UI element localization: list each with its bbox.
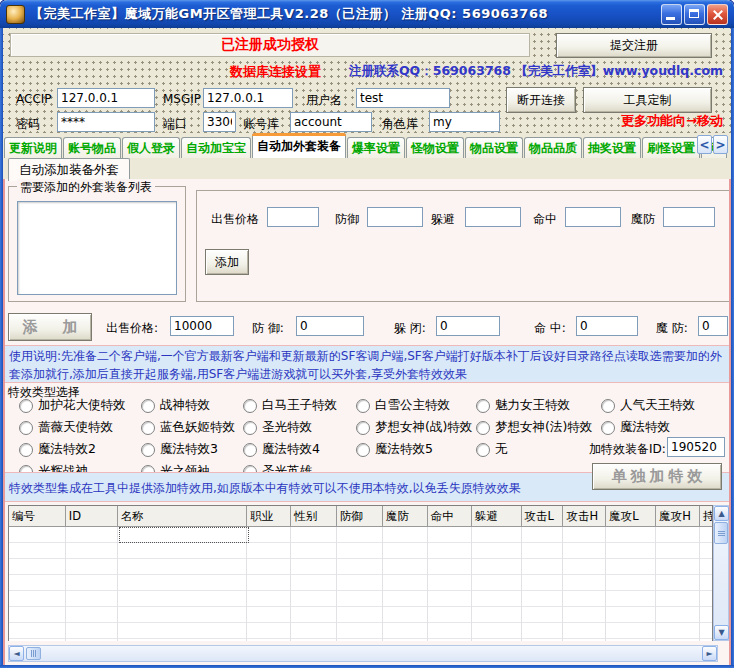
column-header[interactable]: 持 xyxy=(700,506,712,526)
mdef2-input[interactable] xyxy=(698,316,728,336)
effect-option[interactable]: 加护花大使特效 xyxy=(19,397,126,414)
column-header[interactable]: 防御 xyxy=(337,506,383,526)
hit2-input[interactable] xyxy=(576,316,638,336)
effect-option-label: 加护花大使特效 xyxy=(38,397,126,414)
dodge2-input[interactable] xyxy=(436,316,500,336)
effect-option[interactable]: 无 xyxy=(476,441,508,458)
effect-option[interactable]: 白马王子特效 xyxy=(243,397,337,414)
tab-item[interactable]: 自动加宝宝 xyxy=(181,137,251,158)
tab-item[interactable]: 物品设置 xyxy=(465,137,523,158)
tab-item[interactable]: 爆率设置 xyxy=(347,137,405,158)
effect-option[interactable]: 魔法特效3 xyxy=(141,441,218,458)
column-header[interactable]: 魔防 xyxy=(383,506,428,526)
contact-info-label: 注册联系QQ：569063768 【完美工作室】www.youdlq.com xyxy=(349,63,723,80)
scroll-right-icon[interactable]: ► xyxy=(702,646,717,661)
grid-horizontal-scrollbar[interactable]: ◄ ► xyxy=(8,645,718,662)
main-tab-bar: 更新说明 账号物品 假人登录 自动加宝宝 自动加外套装备 爆率设置 怪物设置 物… xyxy=(4,133,730,158)
column-header[interactable]: 编号 xyxy=(9,506,66,526)
price-input[interactable] xyxy=(267,207,319,227)
effect-equip-id-input[interactable] xyxy=(667,437,725,457)
column-header[interactable]: 名称 xyxy=(118,506,248,526)
username-label: 用户名 xyxy=(306,92,342,109)
accip-input[interactable] xyxy=(57,88,155,108)
port-input[interactable] xyxy=(203,112,236,132)
grid-column xyxy=(118,527,248,641)
tool-customize-button[interactable]: 工具定制 xyxy=(583,87,712,113)
title-bar[interactable]: 【完美工作室】魔域万能GM开区管理工具V2.28（已注册） 注册QQ: 5690… xyxy=(0,0,734,28)
grid-focus-cell[interactable] xyxy=(119,527,249,543)
column-header[interactable]: 魔攻H xyxy=(656,506,700,526)
grid-body[interactable] xyxy=(9,527,712,641)
effect-option[interactable]: 魔法特效2 xyxy=(19,441,96,458)
price2-input[interactable] xyxy=(170,316,234,336)
defense2-input[interactable] xyxy=(296,316,364,336)
tab-scroll-left-icon[interactable]: < xyxy=(697,135,712,154)
tab-item[interactable]: 刷怪设置 xyxy=(642,137,700,158)
add-all-button[interactable]: 添 加 xyxy=(8,313,92,341)
tab-scroll-right-icon[interactable]: > xyxy=(713,135,728,154)
outfit-equip-listbox[interactable] xyxy=(17,201,177,295)
minimize-button[interactable] xyxy=(661,4,682,25)
username-input[interactable] xyxy=(356,88,450,108)
defense-input[interactable] xyxy=(367,207,423,227)
dodge-input[interactable] xyxy=(465,207,521,227)
tab-item[interactable]: 账号物品 xyxy=(63,137,121,158)
subtab-auto-add-outfit[interactable]: 自动添加装备外套 xyxy=(8,158,130,181)
radio-icon xyxy=(476,443,490,457)
password-input[interactable] xyxy=(57,112,155,132)
vertical-scroll-thumb[interactable] xyxy=(714,522,728,544)
effect-option[interactable]: 梦想女神(战)特效 xyxy=(356,419,472,436)
maximize-button[interactable] xyxy=(684,4,705,25)
tab-item[interactable]: 更新说明 xyxy=(4,137,62,158)
tab-item[interactable]: 抽奖设置 xyxy=(583,137,641,158)
effect-option[interactable]: 圣光特效 xyxy=(243,419,312,436)
mdef-label: 魔防 xyxy=(631,211,655,228)
effect-option[interactable]: 魔法特效4 xyxy=(243,441,320,458)
column-header[interactable]: 攻击H xyxy=(563,506,606,526)
role-db-input[interactable] xyxy=(429,112,500,132)
scroll-up-icon[interactable]: ▲ xyxy=(714,506,729,521)
grid-column xyxy=(428,527,472,641)
effect-option[interactable]: 人气天王特效 xyxy=(601,397,695,414)
disconnect-button[interactable]: 断开连接 xyxy=(506,87,576,113)
account-db-input[interactable] xyxy=(290,112,372,132)
hit-input[interactable] xyxy=(565,207,621,227)
radio-icon xyxy=(243,443,257,457)
tab-item[interactable]: 物品品质 xyxy=(524,137,582,158)
add-button[interactable]: 添加 xyxy=(205,249,249,275)
effect-option[interactable]: 梦想女神(法)特效 xyxy=(476,419,592,436)
submit-registration-button[interactable]: 提交注册 xyxy=(556,33,712,58)
effect-option[interactable]: 魔法特效 xyxy=(601,419,670,436)
effect-option[interactable]: 蓝色妖姬特效 xyxy=(141,419,235,436)
horizontal-scroll-thumb[interactable] xyxy=(26,647,41,660)
mdef2-label: 魔 防: xyxy=(656,320,688,337)
window-title: 【完美工作室】魔域万能GM开区管理工具V2.28（已注册） 注册QQ: 5690… xyxy=(30,5,661,23)
effect-option[interactable]: 战神特效 xyxy=(141,397,210,414)
grid-vertical-scrollbar[interactable]: ▲ ▼ xyxy=(713,505,729,641)
close-button[interactable] xyxy=(707,4,728,25)
price2-label: 出售价格: xyxy=(106,320,158,337)
apply-effect-button[interactable]: 单独加特效 xyxy=(592,463,722,490)
effect-option[interactable]: 魅力女王特效 xyxy=(476,397,570,414)
effect-option[interactable]: 魔法特效5 xyxy=(356,441,433,458)
thumb-grip-icon xyxy=(718,533,725,534)
column-header[interactable]: 躲避 xyxy=(472,506,522,526)
tab-item[interactable]: 假人登录 xyxy=(122,137,180,158)
scroll-left-icon[interactable]: ◄ xyxy=(9,646,24,661)
accip-label: ACCIP xyxy=(16,92,52,106)
dodge2-label: 躲 闭: xyxy=(394,320,426,337)
column-header[interactable]: ID xyxy=(66,506,118,526)
msgip-input[interactable] xyxy=(203,88,293,108)
column-header[interactable]: 性别 xyxy=(291,506,337,526)
column-header[interactable]: 魔攻L xyxy=(606,506,656,526)
scroll-down-icon[interactable]: ▼ xyxy=(714,625,729,640)
tab-item-active[interactable]: 自动加外套装备 xyxy=(252,133,346,158)
column-header[interactable]: 职业 xyxy=(247,506,291,526)
column-header[interactable]: 攻击L xyxy=(522,506,564,526)
effect-option[interactable]: 蔷薇天使特效 xyxy=(19,419,113,436)
effect-option[interactable]: 白雪公主特效 xyxy=(356,397,450,414)
mdef-input[interactable] xyxy=(663,207,715,227)
column-header[interactable]: 命中 xyxy=(428,506,472,526)
tab-item[interactable]: 怪物设置 xyxy=(406,137,464,158)
equip-data-grid[interactable]: 编号 ID 名称 职业 性别 防御 魔防 命中 躲避 攻击L 攻击H 魔攻L 魔… xyxy=(8,505,713,641)
